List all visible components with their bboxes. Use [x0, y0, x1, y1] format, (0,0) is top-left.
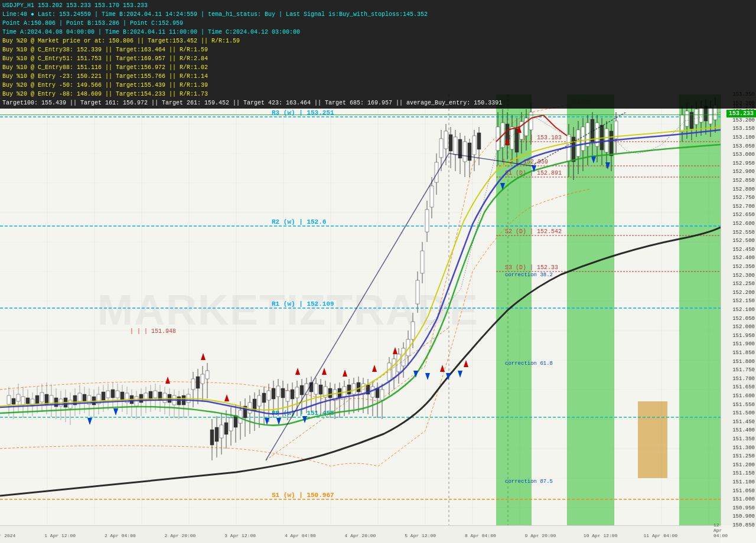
price-label: 152.300 [732, 273, 755, 279]
header-line12: Target100: 155.439 || Target 161: 156.97… [2, 99, 754, 107]
header-line2: Line:48 ● Last: 153.24559 | Time B:2024.… [2, 10, 754, 19]
svg-rect-271 [510, 127, 514, 149]
svg-rect-181 [201, 374, 204, 384]
svg-rect-206 [319, 385, 322, 394]
svg-text:R3 (w)  |  153.251: R3 (w) | 153.251 [272, 109, 334, 116]
time-label: 4 Apr 04:00 [285, 533, 316, 538]
svg-rect-213 [352, 384, 356, 394]
svg-rect-296 [610, 131, 613, 156]
svg-rect-180 [196, 377, 200, 388]
svg-rect-246 [416, 280, 419, 304]
svg-rect-127 [139, 394, 143, 403]
price-label: 151.700 [732, 376, 755, 382]
chart-container: USDJPY_H1 153.202 153.233 153.170 153.23… [0, 0, 756, 543]
svg-marker-318 [322, 368, 327, 375]
svg-rect-119 [102, 392, 105, 400]
price-label: 152.350 [732, 264, 755, 270]
price-label: 151.100 [732, 479, 755, 485]
svg-rect-200 [291, 390, 294, 399]
svg-marker-329 [276, 418, 281, 425]
time-label: 4 Apr 20:00 [345, 533, 376, 538]
price-label: 152.150 [732, 298, 755, 304]
price-label: 151.250 [732, 453, 755, 459]
svg-text:S3 (D)  |  152.33: S3 (D) | 152.33 [505, 264, 558, 271]
svg-rect-114 [78, 393, 82, 401]
price-label: 151.200 [732, 462, 755, 468]
price-label: 152.850 [732, 178, 755, 184]
header-line3: Point A:150.806 | Point B:153.286 | Poin… [2, 19, 754, 28]
header-line6: Buy %10 @ C_Entry38: 152.339 || Target:1… [2, 45, 754, 54]
info-panel: USDJPY_H1 153.202 153.233 153.170 153.23… [0, 0, 756, 109]
svg-rect-306 [680, 115, 684, 132]
svg-rect-195 [267, 391, 271, 400]
svg-rect-135 [177, 397, 181, 405]
svg-rect-208 [328, 388, 332, 398]
svg-marker-327 [113, 408, 118, 416]
svg-rect-132 [163, 393, 167, 403]
svg-marker-332 [425, 373, 430, 380]
svg-rect-212 [347, 385, 351, 394]
svg-marker-320 [372, 365, 377, 372]
svg-rect-245 [411, 322, 415, 339]
svg-marker-314 [165, 377, 170, 384]
svg-text:R2 (w)  |  152.6: R2 (w) | 152.6 [272, 218, 326, 225]
price-label: 153.150 [732, 126, 755, 132]
svg-text:correction 61.8: correction 61.8 [505, 361, 553, 367]
price-label: 151.350 [732, 436, 755, 442]
time-label: 9 Apr 20:00 [525, 533, 556, 538]
price-label: 152.250 [732, 281, 755, 287]
svg-rect-241 [392, 359, 396, 378]
svg-rect-309 [695, 109, 698, 125]
svg-rect-217 [371, 387, 374, 397]
svg-rect-130 [154, 391, 157, 398]
svg-rect-121 [111, 390, 115, 398]
svg-rect-101 [17, 394, 20, 401]
svg-marker-319 [343, 369, 347, 377]
svg-marker-316 [224, 394, 229, 401]
svg-rect-201 [295, 387, 299, 398]
svg-rect-179 [191, 379, 195, 390]
svg-rect-288 [572, 137, 575, 162]
svg-rect-289 [576, 130, 580, 156]
price-label: 151.400 [732, 427, 755, 433]
svg-rect-251 [439, 139, 443, 158]
price-label: 151.050 [732, 488, 755, 494]
time-label: 11 Apr 04:00 [644, 533, 678, 538]
svg-rect-182 [206, 371, 209, 379]
svg-rect-258 [472, 136, 476, 155]
svg-marker-326 [87, 418, 92, 425]
time-label: 3 Apr 12:00 [224, 533, 256, 538]
svg-rect-312 [709, 107, 712, 124]
price-label: 151.650 [732, 384, 755, 390]
svg-rect-219 [380, 390, 384, 400]
svg-rect-35 [638, 401, 667, 478]
price-label: 153.050 [732, 143, 755, 149]
price-label: 152.700 [732, 204, 755, 210]
price-label: 152.000 [732, 324, 755, 330]
svg-rect-187 [229, 418, 233, 431]
price-label: 151.800 [732, 359, 755, 365]
price-label: 152.800 [732, 187, 755, 192]
price-label: 153.000 [732, 152, 755, 158]
price-label: 151.300 [732, 445, 755, 451]
price-label: 151.900 [732, 341, 755, 347]
time-label: 2 Apr 04:00 [105, 533, 136, 538]
header-line10: Buy %20 @ Entry -50: 149.566 || Target:1… [2, 81, 754, 90]
svg-rect-205 [314, 384, 318, 394]
svg-rect-197 [276, 386, 280, 397]
svg-rect-199 [286, 391, 289, 401]
price-label: 151.500 [732, 410, 755, 416]
chart-area: MARKETIZTRADE [0, 94, 721, 525]
svg-rect-198 [281, 388, 285, 398]
svg-rect-253 [449, 135, 452, 151]
svg-rect-123 [120, 392, 124, 400]
svg-rect-252 [444, 131, 448, 149]
price-label: 152.400 [732, 255, 755, 261]
svg-text:| | |  151.948: | | | 151.948 [130, 328, 176, 335]
price-label: 152.500 [732, 238, 755, 244]
svg-text:S2 (D)  |  152.542: S2 (D) | 152.542 [505, 228, 562, 235]
time-axis: 26 Mar 20241 Apr 12:002 Apr 04:002 Apr 2… [0, 525, 721, 543]
svg-rect-194 [262, 393, 266, 403]
svg-marker-334 [458, 371, 462, 378]
time-label: 5 Apr 12:00 [405, 533, 436, 538]
